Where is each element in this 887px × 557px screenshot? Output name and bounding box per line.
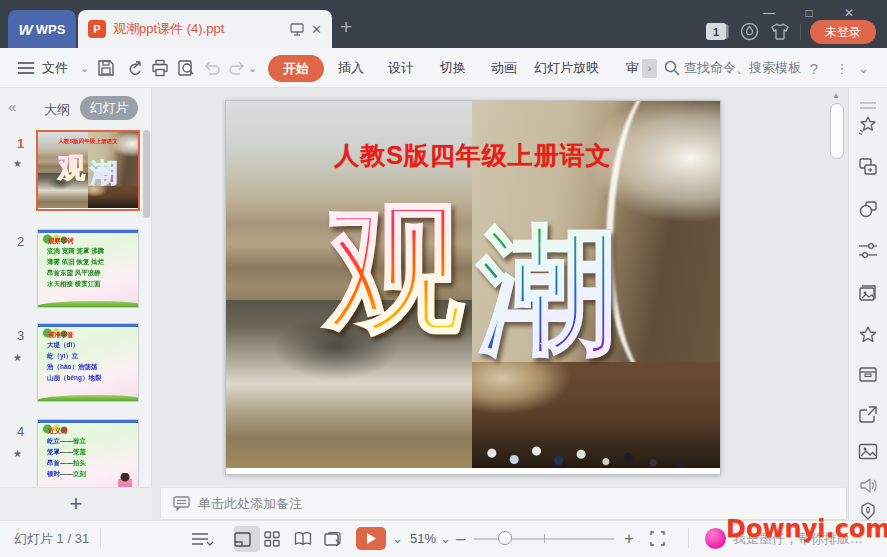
object-properties-icon[interactable]	[857, 240, 879, 262]
scroll-up-icon[interactable]: ▲	[832, 91, 840, 100]
synonym-right: 耸立	[73, 437, 86, 444]
login-button[interactable]: 未登录	[810, 20, 876, 44]
favorites-star-icon[interactable]	[857, 324, 879, 346]
thumb-top-bar	[38, 420, 138, 423]
search-icon[interactable]	[664, 48, 680, 88]
document-tab[interactable]: P 观潮ppt课件 (4).ppt ✕	[78, 10, 332, 48]
ribbon-tab-overflow-icon[interactable]: ›	[642, 59, 657, 78]
thumb-photo-crowd	[88, 186, 138, 208]
transition-star-icon[interactable]: ★	[13, 352, 22, 363]
projection-icon[interactable]	[290, 23, 304, 36]
panel-scrollbar[interactable]	[143, 130, 150, 218]
titlebar-divider	[800, 24, 801, 40]
thumb-top-bar	[38, 230, 138, 233]
collapse-ribbon-icon[interactable]: ⌄	[858, 48, 869, 88]
synonym-left: 笼罩	[47, 448, 60, 455]
thumb-title: 近义词	[48, 427, 67, 436]
layout-assistant-icon[interactable]	[705, 528, 726, 549]
zoom-level[interactable]: 51%	[410, 520, 436, 557]
save-icon[interactable]	[92, 48, 120, 88]
quick-tools-caret-icon[interactable]: ⌄	[248, 48, 257, 88]
file-menu-caret-icon[interactable]: ⌄	[80, 48, 89, 88]
minimize-button[interactable]: —	[753, 2, 785, 24]
ribbon-tab-slideshow[interactable]: 幻灯片放映	[528, 48, 605, 88]
transition-star-icon[interactable]: ★	[13, 448, 22, 459]
print-icon[interactable]	[146, 48, 174, 88]
audio-icon[interactable]	[857, 474, 879, 496]
smart-beautify-icon[interactable]	[857, 114, 879, 136]
notes-toggle-icon[interactable]	[192, 520, 214, 557]
play-slideshow-button[interactable]	[356, 527, 386, 550]
transition-pane-icon[interactable]	[857, 156, 879, 178]
reading-view-button[interactable]	[294, 520, 320, 557]
hot-activity-icon[interactable]	[740, 22, 759, 41]
synonym-right: 笼盖	[73, 448, 86, 455]
synonym-left: 顿时	[47, 470, 60, 477]
close-tab-icon[interactable]: ✕	[311, 22, 322, 37]
output-pdf-icon[interactable]	[120, 48, 148, 88]
thumb-title: 读准字音	[48, 331, 74, 340]
wordart-char-guan[interactable]: 观	[326, 199, 464, 337]
share-icon[interactable]	[857, 403, 879, 425]
redo-icon[interactable]	[224, 48, 250, 88]
slide-counter: 幻灯片 1 / 31	[14, 520, 89, 557]
wps-home-button[interactable]: W WPS	[8, 10, 76, 48]
collapse-panel-icon[interactable]: «	[8, 98, 16, 115]
slide-subject-text[interactable]: 人教S版四年级上册语文	[226, 139, 720, 172]
play-options-caret-icon[interactable]: ⌄	[392, 520, 403, 557]
status-divider	[688, 528, 689, 548]
tab-slides[interactable]: 幻灯片	[80, 96, 138, 120]
new-tab-button[interactable]: +	[340, 16, 352, 37]
zoom-out-button[interactable]: –	[456, 520, 465, 557]
slide-number: 3	[17, 328, 24, 343]
wps-label: WPS	[36, 22, 66, 37]
print-preview-icon[interactable]	[172, 48, 200, 88]
resource-box-icon[interactable]	[857, 364, 879, 386]
zoom-slider-knob[interactable]	[498, 531, 512, 545]
slide-number: 1	[17, 136, 24, 151]
more-options-icon[interactable]: ⋮	[834, 48, 850, 88]
add-slide-button[interactable]: +	[0, 487, 152, 520]
menu-hamburger-icon[interactable]	[18, 48, 34, 88]
slide-thumbnail-3[interactable]: 读准字音 大堤（dī） 屹（yì）立 浩（hào）浩荡荡 山崩（bēng）地裂	[38, 324, 138, 401]
photo-crowd-watching	[472, 362, 720, 468]
slide-thumbnail-panel: « 大纲 幻灯片 1 ★ 人教S版四年级上册语文 观 潮 2 观察字词	[0, 88, 152, 487]
ribbon-tab-home[interactable]: 开始	[268, 55, 324, 82]
thumb-grass-decoration	[38, 395, 138, 401]
wordart-char-chao[interactable]: 潮	[478, 221, 616, 359]
zoom-caret-icon[interactable]: ⌄	[440, 520, 451, 557]
normal-view-button[interactable]	[234, 526, 260, 552]
ribbon-tab-insert[interactable]: 插入	[332, 48, 370, 88]
ribbon-tab-review-truncated[interactable]: 审 ›	[626, 48, 657, 88]
status-divider	[100, 528, 101, 548]
pack-play-button[interactable]	[324, 520, 350, 557]
design-assets-icon[interactable]	[857, 282, 879, 304]
tab-outline[interactable]: 大纲	[44, 101, 70, 119]
image-library-icon[interactable]	[857, 440, 879, 462]
shapes-pane-icon[interactable]	[857, 198, 879, 220]
thumb-line: 屹（yì）立	[47, 352, 111, 360]
slide-thumbnail-2[interactable]: 观察字词 流淌 宽阔 笼罩 沸腾 薄雾 依旧 恢复 灿烂 昂首东望 风平浪静 水…	[38, 230, 138, 307]
slide-sorter-view-button[interactable]	[264, 520, 290, 557]
slide-thumbnail-4[interactable]: 近义词 屹立——耸立 笼罩——笼盖 昂首——抬头 顿时——立刻	[38, 420, 138, 487]
undo-icon[interactable]	[198, 48, 224, 88]
ribbon-tab-transitions[interactable]: 切换	[434, 48, 472, 88]
thumb-line: 薄雾 依旧 恢复 灿烂	[47, 258, 111, 266]
slide-thumbnail-1[interactable]: 人教S版四年级上册语文 观 潮	[38, 132, 138, 209]
slide-number: 2	[17, 234, 24, 249]
notes-placeholder: 单击此处添加备注	[198, 495, 302, 513]
rail-drag-handle[interactable]	[857, 94, 879, 116]
ribbon-tab-design[interactable]: 设计	[382, 48, 420, 88]
zoom-in-button[interactable]: +	[624, 520, 634, 557]
search-commands-button[interactable]: 查找命令、搜索模板	[684, 48, 801, 88]
skin-theme-icon[interactable]	[770, 22, 790, 41]
window-count-badge[interactable]: 1	[706, 23, 726, 40]
transition-star-icon[interactable]: ★	[13, 158, 22, 169]
file-menu[interactable]: 文件	[42, 48, 68, 88]
ribbon-tab-animation[interactable]: 动画	[485, 48, 523, 88]
thumb-line: 流淌 宽阔 笼罩 沸腾	[47, 247, 111, 255]
help-icon[interactable]: ?	[805, 48, 823, 88]
slide-canvas[interactable]: 人教S版四年级上册语文 观 潮	[225, 100, 721, 475]
fit-to-window-icon[interactable]	[650, 520, 665, 557]
main-scrollbar[interactable]	[830, 103, 844, 159]
